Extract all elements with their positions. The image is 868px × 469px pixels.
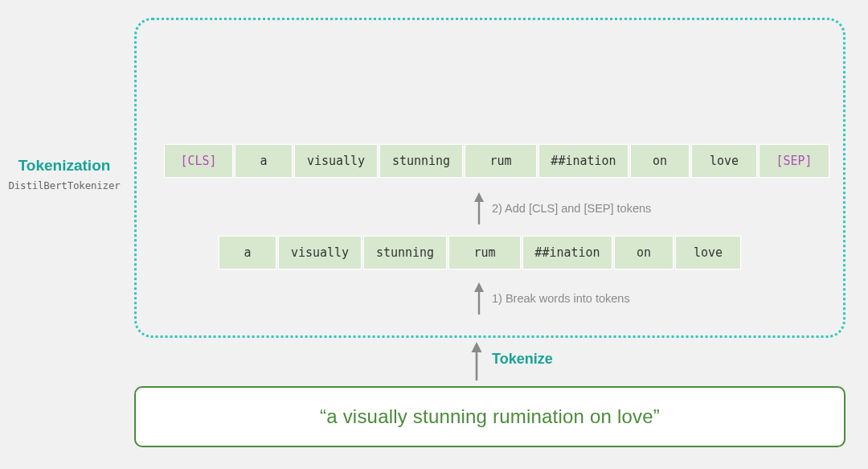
arrow-up-icon bbox=[473, 192, 485, 224]
token-love-plain: love bbox=[675, 236, 741, 269]
input-sentence-box: “a visually stunning rumination on love” bbox=[134, 386, 845, 447]
svg-marker-3 bbox=[474, 282, 484, 292]
arrow-up-icon bbox=[473, 282, 485, 315]
token-stunning-plain: stunning bbox=[363, 236, 447, 269]
token-a-plain: a bbox=[219, 236, 276, 269]
token-on: on bbox=[630, 144, 690, 178]
token-a: a bbox=[235, 144, 293, 178]
tokenizer-class-name: DistilBertTokenizer bbox=[0, 179, 129, 191]
token-row-plain: a visually stunning rum ##ination on lov… bbox=[219, 236, 741, 269]
token-on-plain: on bbox=[614, 236, 674, 269]
token-ination: ##ination bbox=[538, 144, 628, 178]
arrow-step2: 2) Add [CLS] and [SEP] tokens bbox=[473, 192, 651, 224]
svg-marker-5 bbox=[472, 342, 482, 352]
input-sentence-text: “a visually stunning rumination on love” bbox=[320, 405, 660, 428]
side-label-group: Tokenization DistilBertTokenizer bbox=[0, 157, 129, 191]
arrow-step1: 1) Break words into tokens bbox=[473, 282, 630, 315]
token-visually-plain: visually bbox=[278, 236, 362, 269]
token-sep: [SEP] bbox=[759, 144, 829, 178]
token-love: love bbox=[691, 144, 757, 178]
token-stunning: stunning bbox=[379, 144, 463, 178]
arrow-tokenize bbox=[470, 342, 483, 381]
svg-marker-1 bbox=[474, 192, 484, 202]
token-rum: rum bbox=[465, 144, 537, 178]
step2-label: 2) Add [CLS] and [SEP] tokens bbox=[492, 202, 651, 215]
arrow-up-icon bbox=[470, 342, 483, 381]
token-visually: visually bbox=[294, 144, 378, 178]
token-ination-plain: ##ination bbox=[522, 236, 612, 269]
tokenization-panel: [CLS] a visually stunning rum ##ination … bbox=[134, 18, 845, 338]
token-rum-plain: rum bbox=[448, 236, 521, 269]
tokenization-title: Tokenization bbox=[0, 157, 129, 175]
token-row-with-special: [CLS] a visually stunning rum ##ination … bbox=[164, 144, 829, 178]
step1-label: 1) Break words into tokens bbox=[492, 292, 630, 305]
token-cls: [CLS] bbox=[164, 144, 233, 178]
tokenize-label: Tokenize bbox=[492, 351, 553, 368]
